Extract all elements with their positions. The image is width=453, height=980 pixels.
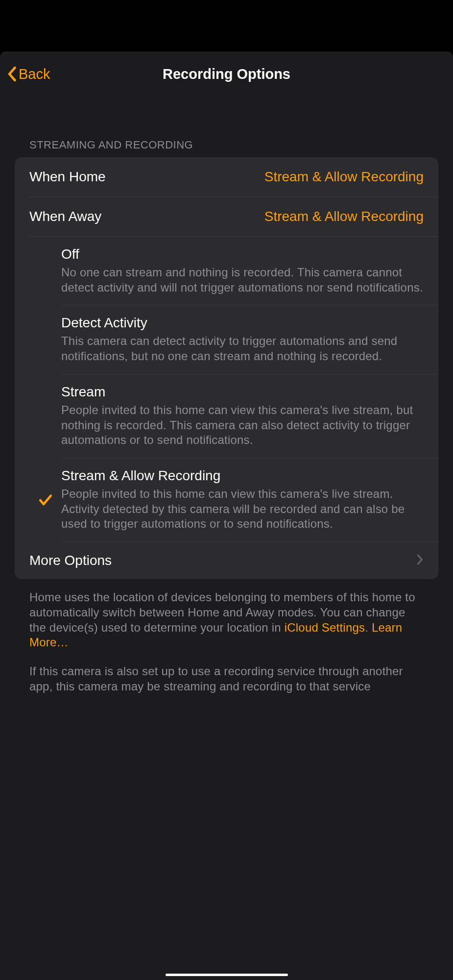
- option-desc: People invited to this home can view thi…: [61, 403, 355, 448]
- row-value: Stream & Allow Recording: [264, 169, 355, 185]
- check-column: [29, 468, 61, 508]
- option-title: Detect Activity: [61, 315, 355, 331]
- check-column: [29, 384, 61, 409]
- back-label: Back: [19, 66, 50, 82]
- option-content: Detect Activity This camera can detect a…: [61, 315, 355, 364]
- footer-text-2: If this camera is also set up to use a r…: [0, 650, 355, 694]
- option-title: Stream: [61, 384, 355, 400]
- option-stream-record[interactable]: Stream & Allow Recording People invited …: [15, 458, 355, 541]
- option-content: Stream & Allow Recording People invited …: [61, 468, 355, 532]
- chevron-back-icon: [7, 66, 17, 82]
- row-label: When Away: [29, 209, 101, 224]
- option-desc: People invited to this home can view thi…: [61, 487, 355, 532]
- settings-sheet: Back Recording Options STREAMING AND REC…: [0, 51, 355, 769]
- option-content: Stream People invited to this home can v…: [61, 384, 355, 448]
- footer-text-1: Home uses the location of devices belong…: [0, 579, 355, 650]
- section-header: STREAMING AND RECORDING: [0, 97, 355, 157]
- row-value: Stream & Allow Recording: [264, 209, 355, 224]
- option-off[interactable]: Off No one can stream and nothing is rec…: [15, 237, 355, 305]
- option-detect-activity[interactable]: Detect Activity This camera can detect a…: [15, 305, 355, 373]
- back-button[interactable]: Back: [7, 66, 50, 82]
- option-title: Off: [61, 246, 355, 262]
- checkmark-icon: [38, 492, 53, 508]
- nav-bar: Back Recording Options: [0, 51, 355, 97]
- when-away-row[interactable]: When Away Stream & Allow Recording: [15, 197, 355, 236]
- option-title: Stream & Allow Recording: [61, 468, 355, 484]
- page-title: Recording Options: [163, 66, 290, 82]
- row-label: When Home: [29, 169, 106, 185]
- settings-card: When Home Stream & Allow Recording When …: [15, 157, 355, 579]
- more-options-label: More Options: [29, 553, 112, 568]
- option-stream[interactable]: Stream People invited to this home can v…: [15, 374, 355, 458]
- check-column: [29, 246, 61, 271]
- when-home-row[interactable]: When Home Stream & Allow Recording: [15, 157, 355, 196]
- more-options-row[interactable]: More Options: [15, 542, 355, 579]
- option-desc: No one can stream and nothing is recorde…: [61, 265, 355, 295]
- option-content: Off No one can stream and nothing is rec…: [61, 246, 355, 295]
- icloud-settings-link[interactable]: iCloud Settings: [285, 621, 355, 634]
- option-desc: This camera can detect activity to trigg…: [61, 334, 355, 364]
- check-column: [29, 315, 61, 340]
